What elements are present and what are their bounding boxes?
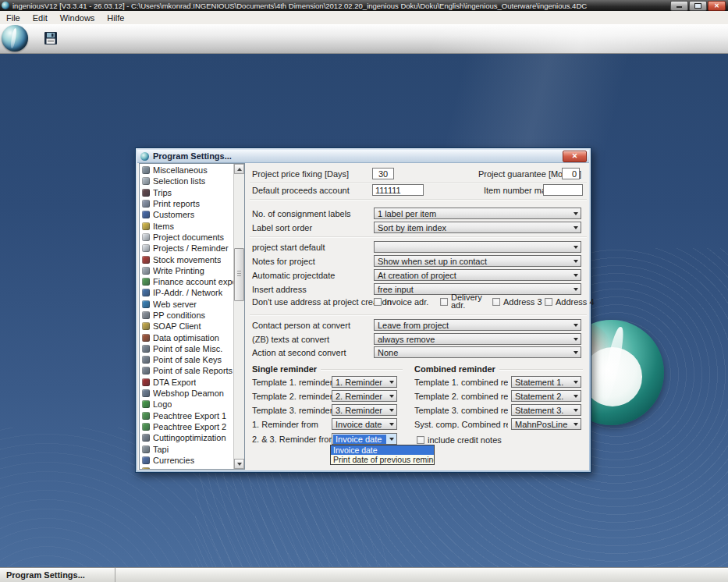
close-icon: ✕ <box>714 2 719 9</box>
default-proceeds-account-input[interactable]: 111111 <box>372 184 424 196</box>
reminder-2-3-from-dropdown: Invoice date Print date of previous remi… <box>330 445 435 465</box>
screen: ingeniousV12 [V3.3.41 - 26.03.12] - C:\U… <box>0 0 728 582</box>
contact-person-at-convert-label: Contact person at convert <box>252 321 350 330</box>
label-sort-order-label: Label sort order <box>252 223 312 232</box>
single-reminder-row-2-select[interactable]: 2. Reminder <box>332 390 397 402</box>
invoice-adr-checkbox[interactable] <box>374 298 382 306</box>
single-reminder-row-4-select[interactable]: Invoice date <box>332 418 397 430</box>
settings-panel: Project price fixing [Days] 30 Project g… <box>137 163 589 470</box>
combined-reminder-row-3-select[interactable]: Statement 3. <box>511 404 581 416</box>
chevron-down-icon <box>386 377 396 387</box>
chevron-down-icon <box>570 242 581 252</box>
notes-for-project-label: Notes for project <box>252 257 315 266</box>
window-title: ingeniousV12 [V3.3.41 - 26.03.12] - C:\U… <box>12 2 670 10</box>
group-line <box>321 369 403 371</box>
project-guarantee-input[interactable]: 0 <box>562 168 580 179</box>
reminder-2-3-from-select[interactable]: Invoice date <box>332 433 397 445</box>
single-reminder-group: Single reminder <box>252 364 403 374</box>
project-start-default-select[interactable] <box>374 241 581 253</box>
chevron-down-icon <box>570 270 581 280</box>
single-reminder-row-3-select[interactable]: 3. Reminder <box>332 404 397 416</box>
single-reminder-row-4-label: 1. Reminder from <box>252 420 318 429</box>
delivery-adr-checkbox[interactable] <box>440 298 448 306</box>
chevron-down-icon <box>386 419 396 429</box>
contact-person-at-convert-select[interactable]: Leave from project <box>374 319 581 331</box>
dialog-title: Program Settings... <box>153 151 563 161</box>
consignment-labels-label: No. of consignment labels <box>252 209 351 218</box>
dropdown-option-invoice-date[interactable]: Invoice date <box>331 445 434 455</box>
dialog-titlebar[interactable]: Program Settings... ✕ <box>137 150 589 163</box>
action-at-second-convert-select[interactable]: None <box>374 346 581 358</box>
window-titlebar: ingeniousV12 [V3.3.41 - 26.03.12] - C:\U… <box>0 0 728 11</box>
address-4-label: Address 4 <box>556 297 595 307</box>
combined-reminder-row-1-label: Template 1. combined reminder <box>414 378 508 387</box>
menu-file[interactable]: File <box>0 11 27 24</box>
dropdown-option-print-date[interactable]: Print date of previous reminder <box>331 455 434 464</box>
taskbar-window-button[interactable]: Program Settings... <box>0 568 115 582</box>
include-credit-notes-checkbox[interactable] <box>417 436 424 444</box>
maximize-button[interactable] <box>689 1 707 11</box>
close-icon: ✕ <box>572 152 578 160</box>
insert-address-label: Insert address <box>252 285 307 294</box>
chevron-down-icon <box>570 222 581 232</box>
minimize-icon <box>677 6 682 8</box>
combined-reminder-row-2-select[interactable]: Statement 2. <box>511 390 581 402</box>
automatic-projectdate-select[interactable]: At creation of project <box>374 269 581 281</box>
maximize-icon <box>694 3 701 9</box>
combined-reminder-row-4-select[interactable]: MahnPosLine <box>511 418 581 430</box>
divider <box>250 236 587 238</box>
invoice-adr-label: Invoice adr. <box>385 297 428 307</box>
menu-edit[interactable]: Edit <box>27 11 54 24</box>
chevron-down-icon <box>386 434 396 444</box>
menu-bar: File Edit Windows Hilfe <box>0 11 728 25</box>
label-sort-order-select[interactable]: Sort by item index <box>374 222 581 233</box>
dialog-close-button[interactable]: ✕ <box>563 151 587 162</box>
delivery-adr-label: Delivery adr. <box>451 293 488 309</box>
save-icon <box>44 31 58 45</box>
combined-reminder-row-4-label: Syst. comp. Combined reminder <box>414 420 508 429</box>
item-number-mask-input[interactable] <box>543 184 583 196</box>
action-at-second-convert-label: Action at second convert <box>252 348 346 357</box>
chevron-down-icon <box>570 208 581 218</box>
single-reminder-row-1-label: Template 1. reminder <box>252 378 332 387</box>
chevron-down-icon <box>386 405 396 415</box>
project-start-default-label: project start default <box>252 243 325 252</box>
zb-texts-at-convert-select[interactable]: always remove <box>374 333 581 345</box>
minimize-button[interactable] <box>670 1 688 11</box>
save-button[interactable] <box>44 31 58 45</box>
chevron-down-icon <box>570 256 581 266</box>
close-button[interactable]: ✕ <box>708 1 726 11</box>
single-reminder-header: Single reminder <box>252 364 317 374</box>
toolbar <box>0 24 728 54</box>
menu-windows[interactable]: Windows <box>54 11 101 24</box>
automatic-projectdate-label: Automatic projectdate <box>252 271 335 280</box>
combined-reminder-row-2-label: Template 2. combined reminder <box>414 392 508 401</box>
dont-use-address-label: Don't use address at project creation <box>252 297 392 307</box>
consignment-labels-select[interactable]: 1 label per item <box>374 208 581 219</box>
program-settings-dialog: Program Settings... ✕ MiscellaneousSelec… <box>135 147 591 473</box>
single-reminder-row-3-label: Template 3. reminder <box>252 406 332 415</box>
divider <box>250 199 587 201</box>
sphere-slash <box>599 326 627 403</box>
address-3-checkbox[interactable] <box>492 298 500 306</box>
single-reminder-row-2-label: Template 2. reminder <box>252 392 332 401</box>
project-price-fixing-label: Project price fixing [Days] <box>252 169 349 179</box>
combined-reminder-group: Combined reminder <box>414 364 583 374</box>
chevron-down-icon <box>570 334 581 344</box>
default-proceeds-account-label: Default proceeds account <box>252 186 350 195</box>
status-bar: Program Settings... <box>0 567 728 582</box>
address-4-checkbox[interactable] <box>545 298 552 306</box>
notes-for-project-select[interactable]: Show when set up in contact <box>374 255 581 267</box>
chevron-down-icon <box>570 405 581 415</box>
menu-hilfe[interactable]: Hilfe <box>101 11 130 24</box>
app-logo-sphere <box>2 25 28 51</box>
app-icon <box>2 2 9 9</box>
combined-reminder-row-1-select[interactable]: Statement 1. <box>511 376 581 388</box>
project-price-fixing-input[interactable]: 30 <box>372 168 394 179</box>
chevron-down-icon <box>570 377 581 387</box>
chevron-down-icon <box>570 320 581 330</box>
reminder-2-3-from-label: 2. & 3. Reminder from <box>252 435 336 444</box>
chevron-down-icon <box>386 391 396 401</box>
combined-reminder-header: Combined reminder <box>414 364 495 374</box>
single-reminder-row-1-select[interactable]: 1. Reminder <box>332 376 397 388</box>
